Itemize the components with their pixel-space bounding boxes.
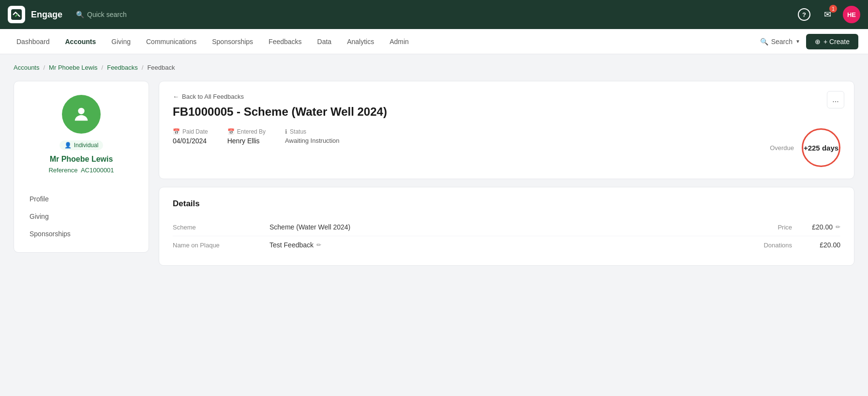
plaque-edit-icon[interactable]: ✏ xyxy=(316,242,321,248)
entered-by-value: Henry Ellis xyxy=(227,137,266,145)
search-icon: 🔍 xyxy=(760,38,768,46)
individual-badge: 👤 Individual xyxy=(60,140,104,150)
left-nav: Profile Giving Sponsorships xyxy=(24,190,139,243)
feedback-detail-card: ... ← Back to All Feedbacks FB1000005 - … xyxy=(159,81,854,179)
nav-item-sponsorships[interactable]: Sponsorships xyxy=(205,35,260,48)
topbar: Engage 🔍 Quick search ? ✉ 1 HE xyxy=(0,0,868,29)
overdue-label: Overdue xyxy=(770,144,794,152)
calendar-icon: 📅 xyxy=(173,128,180,135)
overdue-circle: +225 days xyxy=(802,128,840,167)
svg-rect-0 xyxy=(11,9,22,20)
nav-item-dashboard[interactable]: Dashboard xyxy=(10,35,57,48)
status-value: Awaiting Instruction xyxy=(285,137,340,144)
breadcrumb-feedbacks[interactable]: Feedbacks xyxy=(107,64,138,71)
notifications-button[interactable]: ✉ 1 xyxy=(820,7,835,22)
person-name[interactable]: Mr Phoebe Lewis xyxy=(50,155,113,164)
details-section-title: Details xyxy=(173,199,840,209)
back-link[interactable]: ← Back to All Feedbacks xyxy=(173,93,840,100)
status-field: ℹ Status Awaiting Instruction xyxy=(285,128,340,144)
info-icon: ℹ xyxy=(285,128,287,135)
user-avatar[interactable]: HE xyxy=(843,6,860,23)
calendar-icon-2: 📅 xyxy=(227,128,235,135)
topbar-right: ? ✉ 1 HE xyxy=(796,6,860,23)
right-content: ... ← Back to All Feedbacks FB1000005 - … xyxy=(159,81,854,266)
search-icon: 🔍 xyxy=(76,11,84,18)
mainnav-right: 🔍 Search ▼ ⊕ + Create xyxy=(760,34,858,49)
avatar xyxy=(62,95,101,134)
nav-item-communications[interactable]: Communications xyxy=(139,35,203,48)
meta-row: 📅 Paid Date 04/01/2024 📅 Entered By Henr… xyxy=(173,128,840,167)
user-icon: 👤 xyxy=(64,142,72,149)
left-nav-profile[interactable]: Profile xyxy=(24,190,139,208)
details-card: Details Scheme Scheme (Water Well 2024) … xyxy=(159,187,854,266)
scheme-value: Scheme (Water Well 2024) xyxy=(269,223,734,231)
donations-value: £20.00 xyxy=(792,241,840,249)
details-row-scheme: Scheme Scheme (Water Well 2024) Price £2… xyxy=(173,218,840,236)
nav-item-feedbacks[interactable]: Feedbacks xyxy=(262,35,308,48)
breadcrumb-sep-1: / xyxy=(43,64,45,71)
scheme-label: Scheme xyxy=(173,224,269,231)
price-value: £20.00 ✏ xyxy=(792,223,840,231)
svg-point-1 xyxy=(78,108,84,114)
plaque-label: Name on Plaque xyxy=(173,242,269,249)
price-edit-icon[interactable]: ✏ xyxy=(836,224,840,230)
main-navigation: Dashboard Accounts Giving Communications… xyxy=(0,29,868,54)
person-reference: Reference AC1000001 xyxy=(48,167,114,174)
app-logo[interactable] xyxy=(8,6,25,23)
search-button[interactable]: 🔍 Search ▼ xyxy=(760,38,800,46)
quick-search[interactable]: 🔍 Quick search xyxy=(76,11,127,18)
ellipsis-icon: ... xyxy=(832,95,838,104)
back-arrow-icon: ← xyxy=(173,93,179,100)
left-nav-giving[interactable]: Giving xyxy=(24,208,139,225)
app-brand: Engage xyxy=(31,10,62,20)
plus-icon: ⊕ xyxy=(815,38,821,46)
nav-item-data[interactable]: Data xyxy=(311,35,339,48)
left-nav-sponsorships[interactable]: Sponsorships xyxy=(24,225,139,243)
left-panel: 👤 Individual Mr Phoebe Lewis Reference A… xyxy=(14,81,149,253)
page-content: Accounts / Mr Phoebe Lewis / Feedbacks /… xyxy=(0,54,868,396)
main-layout: 👤 Individual Mr Phoebe Lewis Reference A… xyxy=(14,81,854,266)
help-button[interactable]: ? xyxy=(796,7,812,22)
notification-badge: 1 xyxy=(829,5,837,13)
paid-date-field: 📅 Paid Date 04/01/2024 xyxy=(173,128,208,145)
chevron-down-icon: ▼ xyxy=(795,39,800,44)
breadcrumb-current: Feedback xyxy=(147,64,175,71)
feedback-title: FB1000005 - Scheme (Water Well 2024) xyxy=(173,105,840,119)
plaque-value: Test Feedback ✏ xyxy=(269,241,734,249)
nav-item-analytics[interactable]: Analytics xyxy=(340,35,381,48)
breadcrumb: Accounts / Mr Phoebe Lewis / Feedbacks /… xyxy=(14,64,854,71)
nav-item-admin[interactable]: Admin xyxy=(383,35,416,48)
nav-item-accounts[interactable]: Accounts xyxy=(59,35,103,48)
create-button[interactable]: ⊕ + Create xyxy=(806,34,858,49)
breadcrumb-sep-2: / xyxy=(102,64,104,71)
help-icon: ? xyxy=(798,8,810,21)
breadcrumb-sep-3: / xyxy=(142,64,144,71)
overdue-area: Overdue +225 days xyxy=(770,128,840,167)
details-row-plaque: Name on Plaque Test Feedback ✏ Donations… xyxy=(173,236,840,254)
breadcrumb-person[interactable]: Mr Phoebe Lewis xyxy=(49,64,97,71)
paid-date-value: 04/01/2024 xyxy=(173,137,208,145)
more-options-button[interactable]: ... xyxy=(827,91,844,108)
nav-item-giving[interactable]: Giving xyxy=(105,35,137,48)
price-label: Price xyxy=(734,224,792,231)
entered-by-field: 📅 Entered By Henry Ellis xyxy=(227,128,266,145)
donations-label: Donations xyxy=(734,242,792,249)
breadcrumb-accounts[interactable]: Accounts xyxy=(14,64,39,71)
